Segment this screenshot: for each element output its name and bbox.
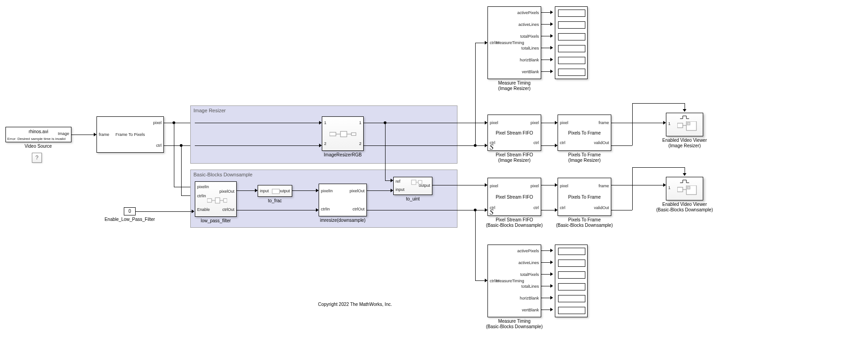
question-block[interactable]: ? (32, 153, 42, 163)
f2p-center: Frame To Pixels (116, 132, 145, 137)
svg-rect-5 (207, 199, 212, 202)
p2f-bot-label2: (Basic-Blocks Downsample) (556, 223, 613, 228)
viewer-top-label1: Enabled Video Viewer (662, 138, 707, 143)
svg-rect-0 (330, 132, 336, 136)
mt-top-label2: (Image Resizer) (498, 86, 530, 91)
svg-rect-13 (418, 180, 422, 184)
video-source-block[interactable]: rhinos.avi Error: Desired sample time is… (5, 127, 71, 142)
display-top-block[interactable] (555, 6, 588, 79)
svg-rect-18 (677, 187, 683, 192)
f2p-in: frame (99, 132, 109, 137)
psfifo-top-label2: (Image Resizer) (498, 158, 530, 163)
region-downsample-title: Basic-Blocks Downsample (193, 172, 253, 177)
f2p-out-pixel: pixel (153, 120, 162, 125)
viewer-bot-label1: Enabled Video Viewer (662, 202, 707, 207)
enable-constant-block[interactable]: 0 (124, 207, 136, 215)
svg-rect-21 (687, 186, 690, 189)
frame-to-pixels-block[interactable]: frame pixel ctrl Frame To Pixels (96, 116, 164, 153)
video-source-outport: Image (58, 131, 69, 136)
viewer-top-label2: (Image Resizer) (668, 143, 700, 148)
svg-rect-4 (351, 133, 356, 135)
p2f-top-label2: (Image Resizer) (568, 158, 600, 163)
enable-pulse-icon (679, 179, 690, 184)
mt-bot-label1: Measure Timing (498, 319, 530, 324)
psfifo-bot-label2: (Basic-Blocks Downsample) (486, 223, 543, 228)
copyright-text: Copyright 2022 The MathWorks, Inc. (318, 302, 392, 307)
to-frac-block[interactable]: input output (258, 185, 292, 197)
viewer-screen-icon (677, 121, 697, 133)
viewer-top-block[interactable]: 1 (666, 113, 703, 136)
viewer-bot-label2: (Basic-Blocks Downsample) (656, 207, 713, 212)
svg-rect-17 (687, 122, 690, 125)
svg-rect-9 (223, 199, 227, 202)
svg-rect-2 (340, 131, 347, 137)
to-uint-label: to_uint (406, 196, 420, 201)
lpf-thumb-icon (207, 197, 227, 204)
enable-constant-label: Enable_Low_Pass_Filter (105, 217, 155, 222)
psfifo-top-block[interactable]: pixel ctrl pixel ctrl Pixel Stream FIFO … (487, 115, 541, 151)
measure-timing-top-block[interactable]: ctrlIn activePixels activeLines totalPix… (487, 6, 541, 79)
s-stamp-bot: S (490, 208, 493, 216)
lpf-label: low_pass_filter (201, 218, 231, 223)
svg-rect-7 (215, 198, 220, 203)
mt-top-label1: Measure Timing (498, 80, 530, 85)
imresize-block[interactable]: pixelIn ctrlIn pixelOut ctrlOut (319, 184, 367, 216)
lpf-block[interactable]: pixelIn ctrlIn Enable pixelOut ctrlOut (195, 181, 237, 217)
psfifo-bot-label1: Pixel Stream FIFO (496, 217, 533, 222)
question-mark: ? (36, 155, 39, 161)
mt-bot-label2: (Basic-Blocks Downsample) (486, 324, 543, 329)
psfifo-top-label1: Pixel Stream FIFO (496, 152, 533, 157)
video-source-filename: rhinos.avi (29, 129, 48, 134)
region-resizer-title: Image Resizer (193, 108, 226, 113)
p2f-top-block[interactable]: pixel ctrl frame validOut Pixels To Fram… (558, 115, 611, 151)
svg-rect-10 (272, 189, 279, 194)
image-resizer-label: ImageResizerRGB (324, 152, 361, 157)
video-source-error: Error: Desired sample time is invalid (7, 137, 70, 141)
to-frac-label: to_frac (268, 198, 282, 203)
viewer-screen-icon (677, 185, 697, 197)
viewer-bot-block[interactable]: 1 (666, 177, 703, 200)
psfifo-bot-block[interactable]: pixel ctrl pixel ctrl Pixel Stream FIFO … (487, 178, 541, 216)
p2f-bot-block[interactable]: pixel ctrl frame validOut Pixels To Fram… (558, 178, 611, 216)
imresize-label: imresize(downsample) (320, 218, 365, 223)
display-bot-block[interactable] (555, 245, 588, 317)
f2p-out-ctrl: ctrl (156, 143, 162, 148)
diagram-canvas: rhinos.avi Error: Desired sample time is… (0, 0, 868, 360)
video-source-label: Video Source (25, 144, 52, 149)
p2f-top-label1: Pixels To Frame (568, 152, 601, 157)
p2f-bot-label1: Pixels To Frame (568, 217, 601, 222)
s-stamp-top: S (490, 143, 493, 151)
to-uint-block[interactable]: ref input output (393, 177, 432, 195)
enable-pulse-icon (679, 115, 690, 120)
resizer-thumb-icon (330, 130, 357, 138)
image-resizer-block[interactable]: 1 2 1 2 (322, 116, 364, 151)
measure-timing-bot-block[interactable]: ctrlIn activePixels activeLines totalPix… (487, 245, 541, 317)
svg-rect-14 (677, 123, 683, 128)
svg-rect-11 (411, 180, 416, 185)
